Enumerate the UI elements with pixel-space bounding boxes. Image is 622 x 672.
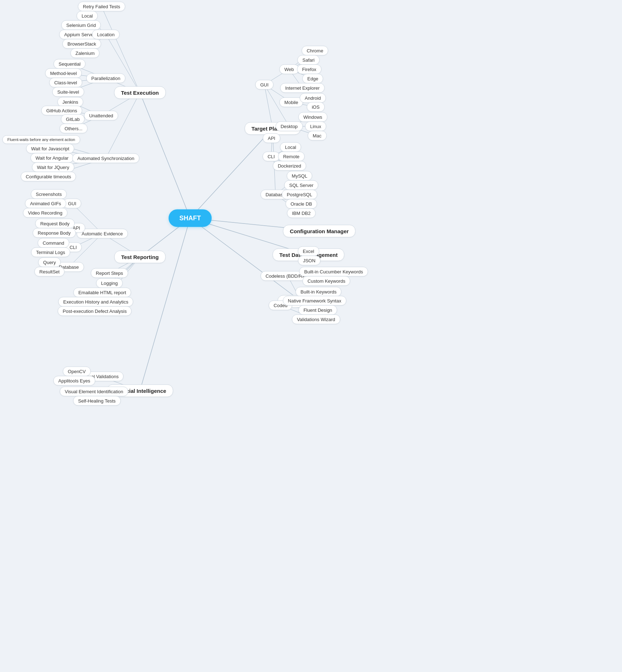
node-jenkins: Jenkins (57, 97, 83, 107)
node-retry-failed: Retry Failed Tests (78, 2, 125, 11)
node-excel: Excel (298, 246, 319, 256)
node-chrome: Chrome (302, 46, 328, 56)
node-html-report: Emailable HTML report (73, 288, 131, 297)
node-web: Web (279, 65, 299, 74)
node-gitlab: GitLab (61, 114, 85, 124)
section-test-execution: Test Execution (114, 86, 166, 99)
node-browserstack: BrowserStack (62, 39, 101, 49)
node-gui-tp: GUI (255, 80, 273, 90)
node-logging: Logging (96, 278, 123, 288)
node-local-cli: Local (280, 142, 301, 152)
node-parallelization: Parallelization (86, 74, 126, 83)
node-edge: Edge (302, 74, 323, 84)
node-local-loc: Local (76, 11, 98, 21)
node-firefox: Firefox (297, 65, 321, 74)
node-json: JSON (298, 256, 321, 265)
node-fluent-design: Fluent Design (298, 305, 337, 315)
node-report-steps: Report Steps (91, 268, 128, 278)
node-wait-jquery: Wait for JQuery (32, 163, 74, 172)
node-native-syntax: Native Framework Syntax (283, 296, 347, 306)
node-visual-element: Visual Element Identification (60, 387, 128, 396)
node-ios: iOS (307, 102, 325, 112)
node-wait-angular: Wait for Angular (30, 153, 74, 163)
node-exec-history: Execution History and Analytics (58, 297, 133, 307)
node-query: Query (38, 258, 61, 267)
node-selenium-grid: Selenium Grid (61, 20, 101, 30)
node-api-tp: API (263, 133, 281, 143)
node-opencv: OpenCV (63, 367, 91, 376)
node-command: Command (38, 238, 69, 248)
node-suite-level: Suite-level (52, 87, 84, 97)
node-safari: Safari (297, 55, 320, 65)
node-sequential: Sequential (53, 59, 85, 69)
node-ibm-db2: IBM DB2 (287, 208, 316, 218)
node-location: Location (92, 30, 119, 39)
svg-line-1 (106, 34, 140, 93)
node-method-level: Method-level (45, 69, 82, 78)
node-mysql: MySQL (287, 171, 312, 181)
node-wait-js: Wait for Javascript (26, 144, 74, 154)
node-validations-wizard: Validations Wizard (292, 315, 340, 324)
node-cucumber-kw: Built-in Cucumber Keywords (299, 267, 368, 277)
node-applitools: Applitools Eyes (53, 376, 95, 386)
node-windows: Windows (298, 112, 328, 122)
node-android: Android (300, 93, 326, 103)
node-github-actions: GitHub Actions (41, 106, 82, 116)
node-configurable-timeouts: Configurable timeouts (21, 172, 76, 182)
node-automated-sync: Automated Synchronization (72, 154, 140, 163)
node-postgresql: PostgreSQL (282, 190, 317, 199)
node-zalenium: Zalenium (70, 48, 99, 58)
node-video-recording: Video Recording (23, 208, 67, 218)
node-desktop: Desktop (275, 122, 303, 131)
section-configuration-manager: Configuration Manager (283, 225, 355, 238)
node-fluent-waits: Fluent-waits before any element action (3, 135, 80, 144)
node-unattended: Unattended (84, 111, 118, 121)
node-cli-tp: CLI (263, 152, 280, 161)
svg-line-17 (106, 93, 140, 158)
node-sql-server: SQL Server (284, 180, 318, 190)
node-linux: Linux (305, 122, 326, 131)
node-remote-cli: Remote (278, 152, 305, 161)
node-others: Others... (60, 124, 88, 133)
node-resultset: ResultSet (34, 267, 65, 277)
node-dockerized: Dockerized (273, 161, 306, 171)
node-animated-gifs: Animated GIFs (25, 199, 66, 208)
node-ie: Internet Explorer (280, 83, 325, 93)
node-oracle-db: Oracle DB (286, 199, 317, 209)
node-request-body: Request Body (35, 219, 75, 229)
node-builtin-kw: Built-in Keywords (296, 287, 341, 297)
center-node: SHAFT (169, 210, 212, 227)
node-terminal-logs: Terminal Logs (31, 248, 70, 257)
node-response-body: Response Body (33, 228, 76, 238)
section-test-reporting: Test Reporting (114, 251, 166, 263)
node-mac: Mac (308, 131, 327, 141)
node-custom-kw: Custom Keywords (302, 276, 350, 286)
node-class-level: Class-level (49, 78, 82, 88)
node-self-healing: Self-Healing Tests (73, 396, 121, 406)
node-screenshots: Screenshots (31, 189, 67, 199)
node-defect-analysis: Post-execution Defect Analysis (58, 306, 132, 316)
